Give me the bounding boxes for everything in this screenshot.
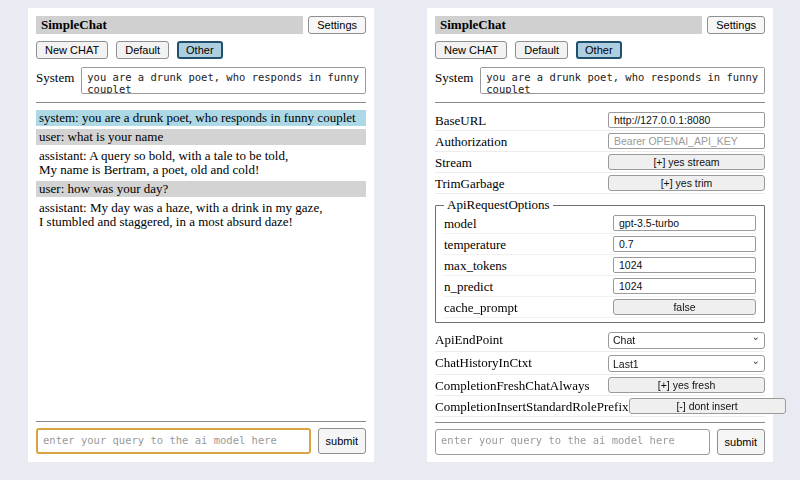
- n-predict-input[interactable]: [613, 278, 756, 294]
- settings-row-authorization: Authorization: [435, 131, 765, 152]
- max-tokens-input[interactable]: [613, 257, 756, 273]
- session-button-default[interactable]: Default: [515, 41, 568, 59]
- session-buttons: New CHATDefaultOther: [36, 41, 366, 59]
- system-prompt-row: System you are a drunk poet, who respond…: [36, 67, 366, 94]
- settings-label-completionfreshchatalways: CompletionFreshChatAlways: [435, 378, 608, 393]
- api-request-options-fieldset: ApiRequestOptions modeltemperaturemax_to…: [435, 197, 765, 323]
- chat-message-assistant: assistant: My day was a haze, with a dri…: [36, 200, 366, 230]
- session-button-new-chat[interactable]: New CHAT: [435, 41, 507, 59]
- settings-label-chathistoryinctxt: ChatHistoryInCtxt: [435, 355, 608, 370]
- completionfreshchatalways-toggle-button[interactable]: [+] yes fresh: [608, 377, 765, 393]
- stream-toggle-button[interactable]: [+] yes stream: [608, 154, 765, 170]
- completioninsertstandardroleprefix-toggle-button[interactable]: [-] dont insert: [629, 398, 786, 414]
- settings-row-apiendpoint: ApiEndPointChat⌄: [435, 328, 765, 352]
- settings-row-model: model: [444, 213, 756, 234]
- settings-button[interactable]: Settings: [707, 16, 765, 34]
- temperature-input[interactable]: [613, 236, 756, 252]
- chat-message-assistant: assistant: A query so bold, with a tale …: [36, 148, 366, 178]
- settings-row-cache-prompt: cache_promptfalse: [444, 297, 756, 318]
- settings-label-temperature: temperature: [444, 237, 613, 252]
- chathistoryinctxt-select-wrap: Last1⌄: [608, 354, 765, 373]
- page: SimpleChat Settings New CHATDefaultOther…: [0, 0, 800, 480]
- settings-row-chathistoryinctxt: ChatHistoryInCtxtLast1⌄: [435, 352, 765, 376]
- query-input[interactable]: [435, 429, 710, 455]
- settings-button[interactable]: Settings: [308, 16, 366, 34]
- panel-header: SimpleChat Settings: [36, 16, 366, 34]
- system-prompt-row: System you are a drunk poet, who respond…: [435, 67, 765, 94]
- settings-label-stream: Stream: [435, 155, 608, 170]
- settings-row-completioninsertstandardroleprefix: CompletionInsertStandardRolePrefix[-] do…: [435, 396, 765, 417]
- chat-message-user: user: how was your day?: [36, 181, 366, 197]
- session-button-other[interactable]: Other: [177, 41, 223, 59]
- session-buttons: New CHATDefaultOther: [435, 41, 765, 59]
- settings-row-completionfreshchatalways: CompletionFreshChatAlways[+] yes fresh: [435, 375, 765, 396]
- system-prompt-input[interactable]: you are a drunk poet, who responds in fu…: [81, 67, 366, 94]
- submit-button[interactable]: submit: [717, 429, 765, 455]
- settings-label-max-tokens: max_tokens: [444, 258, 613, 273]
- query-input[interactable]: [36, 428, 311, 454]
- settings-row-max-tokens: max_tokens: [444, 255, 756, 276]
- system-label: System: [36, 67, 74, 94]
- settings-label-baseurl: BaseURL: [435, 113, 608, 128]
- chathistoryinctxt-select[interactable]: Last1: [608, 355, 765, 372]
- settings-top-rows: BaseURLAuthorizationStream[+] yes stream…: [435, 110, 765, 194]
- apiendpoint-select-wrap: Chat⌄: [608, 330, 765, 349]
- system-prompt-input[interactable]: you are a drunk poet, who responds in fu…: [480, 67, 765, 94]
- authorization-input[interactable]: [608, 133, 765, 149]
- divider: [36, 102, 366, 103]
- app-title: SimpleChat: [435, 16, 702, 34]
- app-title: SimpleChat: [36, 16, 303, 34]
- settings-row-baseurl: BaseURL: [435, 110, 765, 131]
- trimgarbage-toggle-button[interactable]: [+] yes trim: [608, 175, 765, 191]
- session-button-new-chat[interactable]: New CHAT: [36, 41, 108, 59]
- submit-button[interactable]: submit: [318, 428, 366, 454]
- divider: [36, 421, 366, 422]
- settings-label-trimgarbage: TrimGarbage: [435, 176, 608, 191]
- settings-label-cache-prompt: cache_prompt: [444, 300, 613, 315]
- query-bar: submit: [435, 417, 765, 455]
- system-label: System: [435, 67, 473, 94]
- settings-fieldset-rows: modeltemperaturemax_tokensn_predictcache…: [444, 213, 756, 318]
- fieldset-legend: ApiRequestOptions: [444, 197, 553, 213]
- settings-label-apiendpoint: ApiEndPoint: [435, 332, 608, 347]
- divider: [435, 102, 765, 103]
- cache-prompt-toggle-button[interactable]: false: [613, 299, 756, 315]
- panel-header: SimpleChat Settings: [435, 16, 765, 34]
- settings-panel: SimpleChat Settings New CHATDefaultOther…: [427, 8, 773, 462]
- settings-label-completioninsertstandardroleprefix: CompletionInsertStandardRolePrefix: [435, 399, 629, 414]
- settings-row-temperature: temperature: [444, 234, 756, 255]
- chat-message-system: system: you are a drunk poet, who respon…: [36, 110, 366, 126]
- chat-panel: SimpleChat Settings New CHATDefaultOther…: [28, 8, 374, 462]
- divider: [435, 422, 765, 423]
- model-input[interactable]: [613, 215, 756, 231]
- settings-label-authorization: Authorization: [435, 134, 608, 149]
- settings-label-model: model: [444, 216, 613, 231]
- settings-form: BaseURLAuthorizationStream[+] yes stream…: [435, 110, 765, 417]
- session-button-other[interactable]: Other: [576, 41, 622, 59]
- chat-message-user: user: what is your name: [36, 129, 366, 145]
- settings-label-n-predict: n_predict: [444, 279, 613, 294]
- session-button-default[interactable]: Default: [116, 41, 169, 59]
- settings-row-n-predict: n_predict: [444, 276, 756, 297]
- query-bar: submit: [36, 416, 366, 454]
- settings-row-stream: Stream[+] yes stream: [435, 152, 765, 173]
- settings-bottom-rows: ApiEndPointChat⌄ChatHistoryInCtxtLast1⌄C…: [435, 328, 765, 417]
- baseurl-input[interactable]: [608, 112, 765, 128]
- settings-row-trimgarbage: TrimGarbage[+] yes trim: [435, 173, 765, 194]
- apiendpoint-select[interactable]: Chat: [608, 332, 765, 349]
- chat-messages: system: you are a drunk poet, who respon…: [36, 110, 366, 233]
